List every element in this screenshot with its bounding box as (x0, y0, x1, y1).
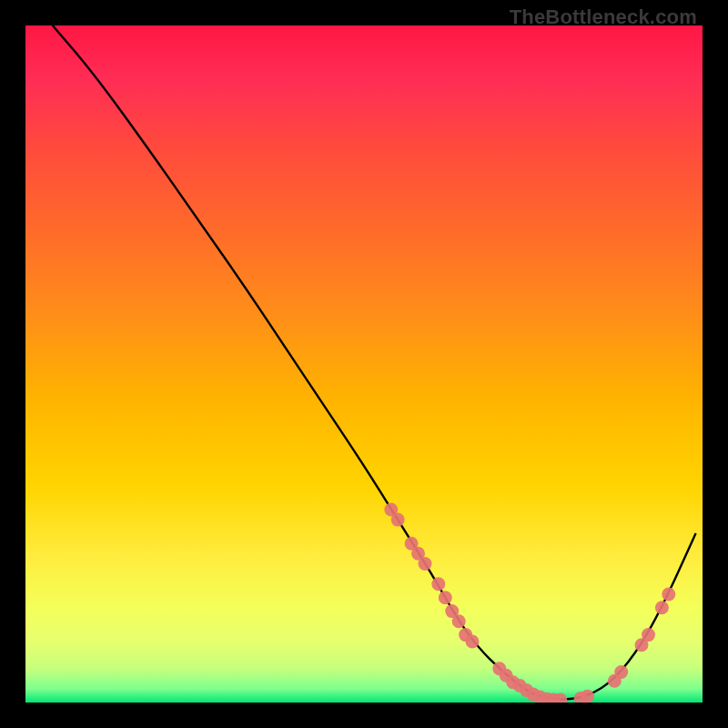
chart-marker (466, 635, 480, 649)
chart-marker (439, 591, 452, 604)
chart-marker (614, 665, 628, 679)
chart-marker (431, 577, 445, 591)
watermark-text: TheBottleneck.com (510, 5, 697, 29)
chart-curve (53, 25, 696, 699)
chart-marker (459, 628, 472, 642)
chart-markers (384, 503, 675, 703)
chart-marker (411, 547, 425, 561)
chart-marker (445, 604, 459, 618)
chart-svg (25, 25, 703, 703)
chart-marker (662, 588, 675, 602)
chart-marker (500, 669, 513, 682)
chart-marker (405, 537, 419, 551)
chart-marker (527, 688, 541, 702)
chart-marker (419, 557, 432, 571)
chart-marker (574, 692, 588, 703)
chart-marker (520, 683, 533, 697)
chart-marker (384, 503, 398, 517)
chart-marker (513, 679, 527, 693)
chart-marker (581, 690, 594, 703)
chart-marker (635, 638, 649, 652)
chart-frame (25, 25, 703, 703)
chart-marker (492, 662, 506, 675)
chart-marker (553, 693, 567, 703)
chart-marker (655, 601, 669, 614)
chart-marker (506, 675, 520, 689)
chart-marker (547, 693, 561, 703)
chart-marker (533, 691, 547, 703)
chart-marker (608, 674, 622, 688)
chart-marker (642, 628, 655, 642)
chart-curve-group (53, 25, 696, 699)
chart-marker (452, 614, 466, 628)
chart-marker (540, 693, 553, 703)
chart-marker (391, 513, 405, 527)
